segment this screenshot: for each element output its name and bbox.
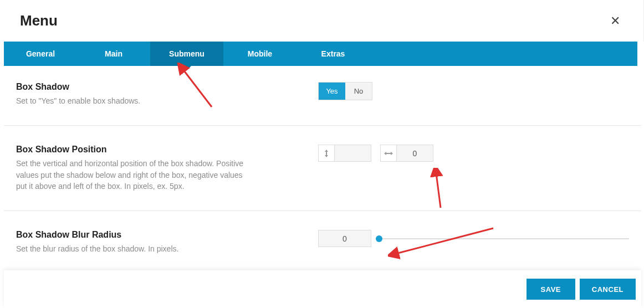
box-shadow-toggle: Yes No (318, 82, 372, 100)
box-shadow-no[interactable]: No (345, 83, 372, 100)
page-title: Menu (20, 12, 58, 29)
slider-track (379, 238, 629, 239)
tab-label: Submenu (169, 49, 205, 58)
box-shadow-horizontal-input[interactable] (397, 145, 433, 162)
box-shadow-vertical-input[interactable] (335, 145, 371, 162)
field-title-box-shadow: Box Shadow (16, 82, 318, 92)
box-shadow-vertical (318, 145, 371, 162)
save-button[interactable]: SAVE (527, 279, 575, 300)
close-icon[interactable]: ✕ (607, 13, 623, 29)
dialog-footer: SAVE CANCEL (4, 270, 641, 308)
tab-label: Main (105, 49, 122, 58)
vertical-arrows-icon (318, 145, 335, 162)
box-shadow-yes[interactable]: Yes (319, 83, 345, 100)
tab-label: Mobile (248, 49, 272, 58)
dialog-header: Menu ✕ (0, 0, 644, 42)
field-title-box-shadow-blur: Box Shadow Blur Radius (16, 230, 318, 240)
horizontal-arrows-icon (380, 145, 397, 162)
field-title-box-shadow-position: Box Shadow Position (16, 145, 318, 155)
settings-scroll-area[interactable]: Box Shadow Set to "Yes" to enable box sh… (4, 63, 641, 270)
box-shadow-horizontal (380, 145, 433, 162)
cancel-button[interactable]: CANCEL (580, 279, 636, 300)
section-box-shadow-blur: Box Shadow Blur Radius Set the blur radi… (4, 211, 641, 270)
field-desc-box-shadow-blur: Set the blur radius of the box shadow. I… (16, 243, 254, 254)
tab-label: General (26, 49, 55, 58)
box-shadow-blur-input[interactable] (318, 230, 371, 247)
field-desc-box-shadow-position: Set the vertical and horizontal position… (16, 158, 254, 192)
tab-label: Extras (321, 49, 345, 58)
field-desc-box-shadow: Set to "Yes" to enable box shadows. (16, 95, 254, 106)
box-shadow-blur-slider[interactable] (379, 233, 629, 244)
slider-thumb[interactable] (376, 235, 382, 242)
section-box-shadow-position: Box Shadow Position Set the vertical and… (4, 126, 641, 211)
section-box-shadow: Box Shadow Set to "Yes" to enable box sh… (4, 63, 641, 126)
